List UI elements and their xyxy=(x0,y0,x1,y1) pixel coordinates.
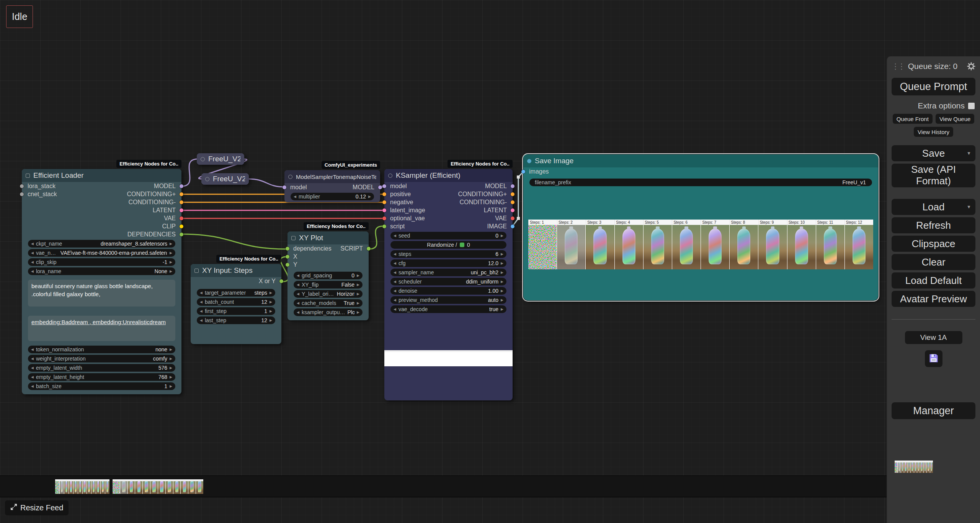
grid-widget[interactable] xyxy=(384,350,513,366)
increment-arrow-icon[interactable]: ▶ xyxy=(167,384,175,388)
decrement-arrow-icon[interactable]: ◀ xyxy=(198,318,205,322)
decrement-arrow-icon[interactable]: ◀ xyxy=(294,301,302,305)
decrement-arrow-icon[interactable]: ◀ xyxy=(294,310,302,314)
load-dropdown-caret-icon[interactable]: ▼ xyxy=(967,204,971,210)
decrement-arrow-icon[interactable]: ◀ xyxy=(29,269,36,273)
increment-arrow-icon[interactable]: ▶ xyxy=(167,269,175,273)
cfg-widget[interactable]: ◀cfg12.0▶ xyxy=(390,259,506,267)
latent_image-input-dot[interactable] xyxy=(382,208,386,212)
CONDITIONING+-output-dot[interactable] xyxy=(511,192,514,196)
node-save-image[interactable]: Save Imageimagesfilename_prefixFreeU_v1S… xyxy=(523,154,878,300)
decrement-arrow-icon[interactable]: ◀ xyxy=(391,252,399,256)
decrement-arrow-icon[interactable]: ◀ xyxy=(391,280,399,284)
decrement-arrow-icon[interactable]: ◀ xyxy=(391,234,399,238)
drag-handle-icon[interactable]: ⋮⋮ xyxy=(892,62,900,71)
target_parameter-widget[interactable]: ◀target_parametersteps▶ xyxy=(197,289,275,297)
queue-front-button[interactable]: Queue Front xyxy=(893,114,933,124)
save-api-format-button[interactable]: Save (API Format) xyxy=(892,164,975,187)
seed-widget[interactable]: ◀seed0▶ xyxy=(390,232,506,239)
X or Y-output-dot[interactable] xyxy=(279,279,283,283)
preview_method-widget[interactable]: ◀preview_methodauto▶ xyxy=(390,296,506,304)
Y-input-dot[interactable] xyxy=(286,263,289,267)
queue-prompt-button[interactable]: Queue Prompt xyxy=(892,78,975,95)
decrement-arrow-icon[interactable]: ◀ xyxy=(391,261,399,265)
collapse-dot-icon[interactable] xyxy=(291,236,296,240)
decrement-arrow-icon[interactable]: ◀ xyxy=(29,375,36,379)
collapse-dot-icon[interactable] xyxy=(26,174,30,178)
increment-arrow-icon[interactable]: ▶ xyxy=(498,280,506,284)
Y_label_orientation-widget[interactable]: ◀Y_label_orientationHorizontal▶ xyxy=(294,290,363,298)
decrement-arrow-icon[interactable]: ◀ xyxy=(29,357,36,361)
collapse-dot-icon[interactable] xyxy=(527,159,531,163)
decrement-arrow-icon[interactable]: ◀ xyxy=(391,298,399,302)
decrement-arrow-icon[interactable]: ◀ xyxy=(29,366,36,370)
node-graph-canvas[interactable]: Efficiency Nodes for Co..Efficient Loade… xyxy=(0,0,980,523)
button-widget[interactable]: Randomize /0 xyxy=(390,241,506,249)
feed-image-1[interactable] xyxy=(55,479,109,494)
steps-widget[interactable]: ◀steps6▶ xyxy=(390,250,506,258)
decrement-arrow-icon[interactable]: ◀ xyxy=(294,283,302,287)
vae_name-widget[interactable]: ◀vae_nameVAE\vae-ft-mse-840000-ema-prune… xyxy=(28,249,175,257)
decrement-arrow-icon[interactable]: ◀ xyxy=(198,291,205,295)
empty_latent_width-widget[interactable]: ◀empty_latent_width576▶ xyxy=(28,364,175,372)
node-title-bar[interactable]: KSampler (Efficient) xyxy=(384,169,513,182)
increment-arrow-icon[interactable]: ▶ xyxy=(498,252,506,256)
decrement-arrow-icon[interactable]: ◀ xyxy=(291,195,299,198)
clip_skip-widget[interactable]: ◀clip_skip-1▶ xyxy=(28,258,175,266)
CLIP-output-dot[interactable] xyxy=(180,225,183,228)
node-title-bar[interactable]: Efficient Loader xyxy=(22,169,181,182)
extra-options-checkbox[interactable] xyxy=(968,103,975,109)
MODEL-output-dot[interactable] xyxy=(378,185,382,189)
first_step-widget[interactable]: ◀first_step1▶ xyxy=(197,307,275,315)
decrement-arrow-icon[interactable]: ◀ xyxy=(29,242,36,246)
increment-arrow-icon[interactable]: ▶ xyxy=(267,300,274,304)
node-efficient-loader[interactable]: Efficiency Nodes for Co..Efficient Loade… xyxy=(22,169,181,394)
manager-button[interactable]: Manager xyxy=(892,402,975,419)
lora_name-widget[interactable]: ◀lora_nameNone▶ xyxy=(28,267,175,275)
avatar-preview-button[interactable]: Avatar Preview xyxy=(892,291,975,307)
feed-image-2[interactable] xyxy=(113,479,203,494)
increment-arrow-icon[interactable]: ▶ xyxy=(354,292,362,296)
decrement-arrow-icon[interactable]: ◀ xyxy=(29,260,36,264)
grid_spacing-widget[interactable]: ◀grid_spacing0▶ xyxy=(294,272,363,279)
node-title-bar[interactable]: FreeU_V2 xyxy=(201,173,249,185)
decrement-arrow-icon[interactable]: ◀ xyxy=(29,384,36,388)
scheduler-widget[interactable]: ◀schedulerddim_uniform▶ xyxy=(390,278,506,285)
increment-arrow-icon[interactable]: ▶ xyxy=(167,357,175,361)
view-queue-button[interactable]: View Queue xyxy=(936,114,974,124)
node-freeu-v2-1[interactable]: FreeU_V2 xyxy=(197,153,244,165)
increment-arrow-icon[interactable]: ▶ xyxy=(498,289,506,293)
node-model-sampler-tonemap[interactable]: ComfyUI_experimentsModelSamplerTonemapNo… xyxy=(284,170,380,202)
MODEL-output-dot[interactable] xyxy=(180,184,183,188)
decrement-arrow-icon[interactable]: ◀ xyxy=(294,274,302,277)
increment-arrow-icon[interactable]: ▶ xyxy=(354,283,362,287)
vae_decode-widget[interactable]: ◀vae_decodetrue▶ xyxy=(390,305,506,313)
increment-arrow-icon[interactable]: ▶ xyxy=(354,310,362,314)
node-freeu-v2-2[interactable]: FreeU_V2 xyxy=(201,173,249,185)
node-title-bar[interactable]: ModelSamplerTonemapNoiseTest xyxy=(284,170,380,183)
save-dropdown-caret-icon[interactable]: ▼ xyxy=(967,151,971,156)
increment-arrow-icon[interactable]: ▶ xyxy=(167,348,175,351)
decrement-arrow-icon[interactable]: ◀ xyxy=(29,251,36,255)
SCRIPT-output-dot[interactable] xyxy=(367,247,371,251)
increment-arrow-icon[interactable]: ▶ xyxy=(498,271,506,274)
optional_vae-input-dot[interactable] xyxy=(382,216,386,220)
LATENT-output-dot[interactable] xyxy=(180,208,183,212)
collapse-dot-icon[interactable] xyxy=(288,175,292,179)
token_normalization-widget[interactable]: ◀token_normalizationnone▶ xyxy=(28,346,175,353)
IMAGE-output-dot[interactable] xyxy=(511,225,514,228)
decrement-arrow-icon[interactable]: ◀ xyxy=(29,348,36,351)
sampler_name-widget[interactable]: ◀sampler_nameuni_pc_bh2▶ xyxy=(390,269,506,276)
node-xy-plot[interactable]: Efficiency Nodes for Co..XY Plotdependen… xyxy=(287,231,369,320)
cnet_stack-input-dot[interactable] xyxy=(20,192,24,196)
CONDITIONING--output-dot[interactable] xyxy=(511,200,514,204)
cache_models-widget[interactable]: ◀cache_modelsTrue▶ xyxy=(294,299,363,307)
weight_interpretation-widget[interactable]: ◀weight_interpretationcomfy▶ xyxy=(28,355,175,362)
CONDITIONING--output-dot[interactable] xyxy=(180,200,183,204)
increment-arrow-icon[interactable]: ▶ xyxy=(167,251,175,255)
denoise-widget[interactable]: ◀denoise1.00▶ xyxy=(390,287,506,295)
resize-feed-button[interactable]: Resize Feed xyxy=(5,500,69,515)
clipspace-button[interactable]: Clipspace xyxy=(892,236,975,252)
positive-input-dot[interactable] xyxy=(382,192,386,196)
increment-arrow-icon[interactable]: ▶ xyxy=(498,261,506,265)
